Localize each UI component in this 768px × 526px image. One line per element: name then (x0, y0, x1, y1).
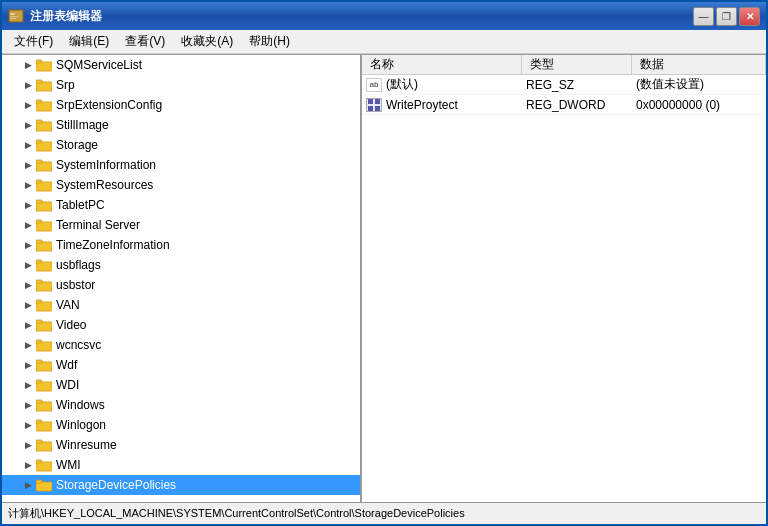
reg-name-cell: ab(默认) (362, 76, 522, 93)
tree-item-label: Winlogon (56, 418, 106, 432)
folder-icon (36, 338, 52, 352)
expand-arrow-icon[interactable]: ▶ (22, 279, 34, 291)
svg-rect-27 (36, 202, 52, 211)
expand-arrow-icon[interactable]: ▶ (22, 459, 34, 471)
table-row[interactable]: WriteProytectREG_DWORD0x00000000 (0) (362, 95, 766, 115)
expand-arrow-icon[interactable]: ▶ (22, 179, 34, 191)
folder-icon (36, 78, 52, 92)
tree-item[interactable]: ▶ Storage (2, 135, 360, 155)
title-bar-buttons: — ❐ ✕ (693, 7, 760, 26)
tree-item[interactable]: ▶ Windows (2, 395, 360, 415)
tree-item-label: StorageDevicePolicies (56, 478, 176, 492)
reg-dword-icon (366, 98, 382, 112)
tree-item-label: SQMServiceList (56, 58, 142, 72)
tree-item[interactable]: ▶ StillImage (2, 115, 360, 135)
svg-rect-9 (36, 82, 52, 91)
svg-rect-1 (10, 13, 15, 15)
menu-item[interactable]: 文件(F) (6, 31, 61, 52)
tree-item-label: Video (56, 318, 86, 332)
svg-rect-60 (36, 422, 52, 431)
menu-item[interactable]: 收藏夹(A) (173, 31, 241, 52)
folder-icon (36, 378, 52, 392)
expand-arrow-icon[interactable]: ▶ (22, 379, 34, 391)
reg-type-cell: REG_SZ (522, 78, 632, 92)
table-row[interactable]: ab(默认)REG_SZ(数值未设置) (362, 75, 766, 95)
expand-arrow-icon[interactable]: ▶ (22, 199, 34, 211)
expand-arrow-icon[interactable]: ▶ (22, 439, 34, 451)
minimize-button[interactable]: — (693, 7, 714, 26)
folder-icon (36, 58, 52, 72)
tree-item[interactable]: ▶ Video (2, 315, 360, 335)
tree-item[interactable]: ▶ Winresume (2, 435, 360, 455)
restore-button[interactable]: ❐ (716, 7, 737, 26)
expand-arrow-icon[interactable]: ▶ (22, 219, 34, 231)
tree-item-label: Wdf (56, 358, 77, 372)
tree-item[interactable]: ▶ TimeZoneInformation (2, 235, 360, 255)
expand-arrow-icon[interactable]: ▶ (22, 59, 34, 71)
svg-rect-45 (36, 322, 52, 331)
expand-arrow-icon[interactable]: ▶ (22, 479, 34, 491)
folder-icon (36, 398, 52, 412)
expand-arrow-icon[interactable]: ▶ (22, 79, 34, 91)
folder-icon (36, 198, 52, 212)
tree-item-label: Srp (56, 78, 75, 92)
expand-arrow-icon[interactable]: ▶ (22, 319, 34, 331)
expand-arrow-icon[interactable]: ▶ (22, 239, 34, 251)
expand-arrow-icon[interactable]: ▶ (22, 299, 34, 311)
expand-arrow-icon[interactable]: ▶ (22, 399, 34, 411)
folder-icon (36, 218, 52, 232)
right-content[interactable]: ab(默认)REG_SZ(数值未设置)WriteProytectREG_DWOR… (362, 75, 766, 502)
reg-type-cell: REG_DWORD (522, 98, 632, 112)
tree-item[interactable]: ▶ WDI (2, 375, 360, 395)
expand-arrow-icon[interactable]: ▶ (22, 259, 34, 271)
expand-arrow-icon[interactable]: ▶ (22, 419, 34, 431)
tree-item[interactable]: ▶ VAN (2, 295, 360, 315)
menu-item[interactable]: 查看(V) (117, 31, 173, 52)
tree-item[interactable]: ▶ SrpExtensionConfig (2, 95, 360, 115)
tree-item[interactable]: ▶ SystemInformation (2, 155, 360, 175)
folder-icon (36, 318, 52, 332)
tree-item[interactable]: ▶ Wdf (2, 355, 360, 375)
tree-item[interactable]: ▶ SQMServiceList (2, 55, 360, 75)
expand-arrow-icon[interactable]: ▶ (22, 139, 34, 151)
main-window: 注册表编辑器 — ❐ ✕ 文件(F)编辑(E)查看(V)收藏夹(A)帮助(H) … (0, 0, 768, 526)
tree-item[interactable]: ▶ WMI (2, 455, 360, 475)
expand-arrow-icon[interactable]: ▶ (22, 359, 34, 371)
tree-item[interactable]: ▶ SystemResources (2, 175, 360, 195)
menu-item[interactable]: 帮助(H) (241, 31, 298, 52)
expand-arrow-icon[interactable]: ▶ (22, 339, 34, 351)
svg-rect-69 (36, 482, 52, 491)
expand-arrow-icon[interactable]: ▶ (22, 159, 34, 171)
svg-rect-48 (36, 342, 52, 351)
col-header-data: 数据 (632, 55, 766, 74)
menu-item[interactable]: 编辑(E) (61, 31, 117, 52)
folder-icon (36, 258, 52, 272)
tree-item-label: wcncsvc (56, 338, 101, 352)
expand-arrow-icon[interactable]: ▶ (22, 99, 34, 111)
svg-rect-54 (36, 382, 52, 391)
folder-icon (36, 358, 52, 372)
reg-data-cell: 0x00000000 (0) (632, 98, 766, 112)
status-bar: 计算机\HKEY_LOCAL_MACHINE\SYSTEM\CurrentCon… (2, 502, 766, 524)
tree-item-label: Winresume (56, 438, 117, 452)
tree-item-label: SystemInformation (56, 158, 156, 172)
tree-item[interactable]: ▶ wcncsvc (2, 335, 360, 355)
folder-icon (36, 238, 52, 252)
tree-item[interactable]: ▶ TabletPC (2, 195, 360, 215)
tree-item[interactable]: ▶ Winlogon (2, 415, 360, 435)
tree-item[interactable]: ▶ usbstor (2, 275, 360, 295)
close-button[interactable]: ✕ (739, 7, 760, 26)
folder-icon (36, 418, 52, 432)
tree-pane[interactable]: ▶ SQMServiceList▶ Srp▶ SrpExtensionConfi… (2, 55, 362, 502)
expand-arrow-icon[interactable]: ▶ (22, 119, 34, 131)
tree-item[interactable]: ▶ StorageDevicePolicies (2, 475, 360, 495)
app-icon (8, 8, 24, 24)
tree-item[interactable]: ▶ Srp (2, 75, 360, 95)
tree-item-label: WDI (56, 378, 79, 392)
tree-item[interactable]: ▶ Terminal Server (2, 215, 360, 235)
folder-icon (36, 278, 52, 292)
tree-item[interactable]: ▶ usbflags (2, 255, 360, 275)
svg-rect-3 (10, 18, 16, 19)
reg-data-cell: (数值未设置) (632, 76, 766, 93)
svg-rect-36 (36, 262, 52, 271)
